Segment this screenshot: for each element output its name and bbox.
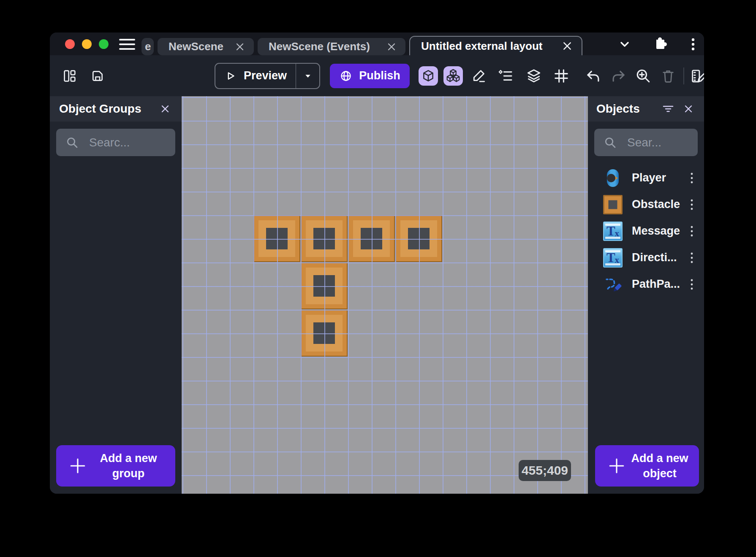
obstacle-instance[interactable] bbox=[253, 215, 300, 262]
close-tab-icon[interactable] bbox=[235, 42, 245, 51]
object-groups-panel: Object Groups Add a new group bbox=[50, 96, 182, 494]
object-menu-button[interactable] bbox=[685, 225, 698, 238]
close-tab-icon[interactable] bbox=[562, 41, 572, 51]
obstacle-instance[interactable] bbox=[395, 215, 442, 262]
minimize-window-button[interactable] bbox=[82, 39, 92, 49]
add-group-label: Add a new group bbox=[87, 451, 175, 481]
close-panel-button[interactable] bbox=[681, 102, 696, 116]
object-menu-button[interactable] bbox=[685, 198, 698, 211]
preview-options-button[interactable] bbox=[296, 64, 319, 88]
content-area: Object Groups Add a new group bbox=[50, 96, 704, 494]
grid-overlay bbox=[182, 96, 588, 494]
search-icon bbox=[65, 136, 79, 149]
object-groups-title: Object Groups bbox=[59, 102, 141, 116]
tab-label: NewScene bbox=[169, 40, 223, 53]
play-icon bbox=[224, 70, 237, 82]
edit-instances-toggle[interactable] bbox=[443, 66, 463, 86]
filter-objects-button[interactable] bbox=[661, 102, 675, 116]
edit-mode-button[interactable] bbox=[469, 67, 488, 85]
preview-label: Preview bbox=[244, 69, 287, 82]
player-icon bbox=[603, 168, 623, 188]
save-button[interactable] bbox=[88, 67, 107, 85]
zoom-button[interactable] bbox=[634, 67, 653, 85]
layers-icon bbox=[526, 68, 542, 84]
close-panel-button[interactable] bbox=[158, 102, 172, 116]
object-row-message[interactable]: Tx Message bbox=[588, 218, 704, 244]
tab-newscene[interactable]: NewScene bbox=[158, 38, 254, 55]
filter-icon bbox=[662, 103, 674, 115]
delete-button[interactable] bbox=[659, 67, 677, 85]
object-row-pathpaint[interactable]: PathPa... bbox=[588, 271, 704, 297]
add-group-button[interactable]: Add a new group bbox=[56, 445, 175, 487]
publish-button[interactable]: Publish bbox=[330, 64, 410, 88]
add-object-label: Add a new object bbox=[626, 451, 699, 481]
preview-split-button[interactable]: Preview bbox=[215, 63, 320, 89]
app-window: e NewScene NewScene (Events) Untitled ex… bbox=[50, 32, 704, 494]
tabs-overflow-button[interactable] bbox=[617, 37, 633, 52]
objects-header: Objects bbox=[588, 96, 704, 122]
cursor-coordinates-badge: 455;409 bbox=[519, 460, 571, 481]
object-row-directions[interactable]: Tx Directi... bbox=[588, 244, 704, 271]
obstacle-icon bbox=[603, 195, 623, 214]
grid-icon bbox=[553, 68, 569, 84]
text-object-icon: Tx bbox=[603, 222, 623, 241]
object-menu-button[interactable] bbox=[685, 251, 698, 264]
preview-button[interactable]: Preview bbox=[215, 64, 296, 88]
extensions-button[interactable] bbox=[651, 37, 668, 52]
main-menu-button[interactable] bbox=[119, 38, 135, 51]
chevron-down-icon bbox=[617, 36, 633, 52]
objects-title: Objects bbox=[596, 102, 640, 116]
tab-label: NewScene (Events) bbox=[269, 40, 370, 53]
publish-label: Publish bbox=[359, 69, 400, 82]
edit-objects-toggle[interactable] bbox=[419, 66, 438, 86]
tab-truncated[interactable]: e bbox=[141, 38, 154, 55]
search-icon bbox=[604, 136, 617, 149]
tab-label: e bbox=[145, 40, 151, 53]
close-icon bbox=[683, 104, 693, 114]
toolbar: Preview Publish bbox=[50, 55, 704, 96]
tab-newscene-events[interactable]: NewScene (Events) bbox=[258, 38, 405, 55]
redo-icon bbox=[610, 68, 626, 84]
objects-search[interactable] bbox=[594, 129, 698, 156]
cube-icon bbox=[421, 69, 435, 83]
object-groups-search[interactable] bbox=[56, 129, 175, 156]
obstacle-instance[interactable] bbox=[301, 215, 348, 262]
list-icon bbox=[498, 68, 514, 84]
obstacle-instance[interactable] bbox=[301, 262, 348, 309]
obstacle-instance[interactable] bbox=[348, 215, 395, 262]
caret-down-icon bbox=[302, 70, 313, 81]
open-scene-editor-button[interactable] bbox=[689, 67, 704, 85]
close-window-button[interactable] bbox=[65, 39, 75, 49]
text-object-icon: Tx bbox=[603, 248, 623, 268]
object-menu-button[interactable] bbox=[685, 172, 698, 184]
instances-list-button[interactable] bbox=[497, 67, 515, 85]
object-row-obstacle[interactable]: Obstacle bbox=[588, 191, 704, 218]
plus-icon bbox=[607, 456, 626, 476]
obstacle-instance[interactable] bbox=[301, 310, 348, 357]
add-object-button[interactable]: Add a new object bbox=[595, 445, 699, 487]
scene-canvas[interactable]: 455;409 bbox=[182, 96, 588, 494]
object-groups-search-input[interactable] bbox=[89, 136, 168, 149]
maximize-window-button[interactable] bbox=[99, 39, 109, 49]
window-options-button[interactable] bbox=[686, 37, 700, 52]
layout-panels-icon bbox=[62, 68, 77, 84]
undo-icon bbox=[585, 68, 601, 84]
close-tab-icon[interactable] bbox=[387, 42, 396, 51]
close-icon bbox=[160, 104, 170, 114]
redo-button[interactable] bbox=[609, 67, 628, 85]
grid-toggle-button[interactable] bbox=[552, 67, 571, 85]
layers-button[interactable] bbox=[525, 67, 543, 85]
toggle-panels-button[interactable] bbox=[60, 67, 79, 85]
objects-search-input[interactable] bbox=[627, 136, 690, 149]
object-menu-button[interactable] bbox=[685, 278, 698, 291]
scene-edit-icon bbox=[690, 68, 704, 84]
toolbar-divider bbox=[683, 68, 684, 84]
object-row-player[interactable]: Player bbox=[588, 165, 704, 191]
tab-untitled-external-layout[interactable]: Untitled external layout bbox=[409, 36, 582, 55]
objects-list: Player Obstacle Tx Message bbox=[588, 165, 704, 297]
zoom-in-icon bbox=[635, 68, 652, 84]
globe-icon bbox=[339, 69, 353, 83]
tab-bar: e NewScene NewScene (Events) Untitled ex… bbox=[141, 36, 582, 55]
save-icon bbox=[90, 68, 105, 84]
undo-button[interactable] bbox=[584, 67, 603, 85]
